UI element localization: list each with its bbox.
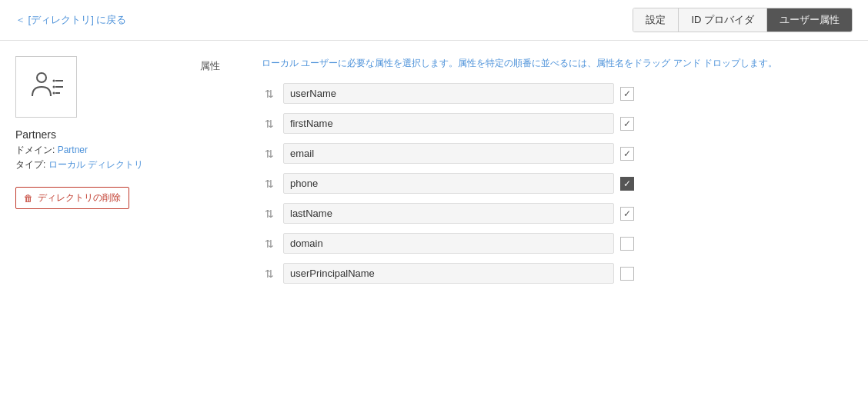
attribute-name-input bbox=[283, 173, 614, 194]
attribute-name-input bbox=[283, 233, 614, 254]
attribute-row: ⇅ bbox=[262, 263, 853, 284]
svg-point-0 bbox=[37, 73, 46, 82]
attributes-description: ローカル ユーザーに必要な属性を選択します。属性を特定の順番に並べるには、属性名… bbox=[262, 56, 853, 71]
tab-settings[interactable]: 設定 bbox=[633, 8, 679, 32]
attribute-name-input bbox=[283, 263, 614, 284]
directory-name: Partners bbox=[15, 128, 169, 141]
attribute-name-input bbox=[283, 113, 614, 134]
attribute-row: ⇅ bbox=[262, 233, 853, 254]
drag-handle-icon[interactable]: ⇅ bbox=[262, 268, 277, 280]
trash-icon: 🗑 bbox=[24, 193, 33, 204]
attribute-row: ⇅✓ bbox=[262, 83, 853, 104]
main-container: Partners ドメイン: Partner タイプ: ローカル ディレクトリ … bbox=[0, 41, 868, 308]
drag-handle-icon[interactable]: ⇅ bbox=[262, 178, 277, 190]
attribute-row: ⇅✓ bbox=[262, 143, 853, 164]
directory-type: タイプ: ローカル ディレクトリ bbox=[15, 158, 169, 171]
tab-group: 設定ID プロバイダユーザー属性 bbox=[633, 8, 853, 32]
attribute-name-input bbox=[283, 203, 614, 224]
attribute-checkbox[interactable]: ✓ bbox=[620, 117, 634, 131]
svg-point-4 bbox=[53, 80, 55, 82]
left-panel: Partners ドメイン: Partner タイプ: ローカル ディレクトリ … bbox=[15, 56, 169, 293]
drag-handle-icon[interactable]: ⇅ bbox=[262, 148, 277, 160]
directory-icon bbox=[26, 67, 66, 107]
attribute-name-input bbox=[283, 83, 614, 104]
attribute-checkbox[interactable]: ✓ bbox=[620, 207, 634, 221]
drag-handle-icon[interactable]: ⇅ bbox=[262, 118, 277, 130]
attribute-checkbox[interactable]: ✓ bbox=[620, 147, 634, 161]
directory-domain: ドメイン: Partner bbox=[15, 144, 169, 157]
drag-handle-icon[interactable]: ⇅ bbox=[262, 238, 277, 250]
back-link[interactable]: ＜ [ディレクトリ] に戻る bbox=[15, 13, 126, 27]
attribute-row: ⇅✓ bbox=[262, 113, 853, 134]
type-value: ローカル ディレクトリ bbox=[48, 159, 143, 170]
svg-point-6 bbox=[53, 92, 55, 95]
attribute-row: ⇅✓ bbox=[262, 203, 853, 224]
right-panel: 属性 ローカル ユーザーに必要な属性を選択します。属性を特定の順番に並べるには、… bbox=[200, 56, 853, 293]
drag-handle-icon[interactable]: ⇅ bbox=[262, 88, 277, 100]
attribute-checkbox[interactable]: ✓ bbox=[620, 87, 634, 101]
directory-icon-box bbox=[15, 56, 77, 118]
drag-handle-icon[interactable]: ⇅ bbox=[262, 208, 277, 220]
attribute-checkbox[interactable] bbox=[620, 237, 634, 251]
domain-value: Partner bbox=[58, 145, 88, 155]
tab-id-provider[interactable]: ID プロバイダ bbox=[679, 8, 767, 32]
top-navigation: ＜ [ディレクトリ] に戻る 設定ID プロバイダユーザー属性 bbox=[0, 0, 868, 41]
attributes-section: 属性 ローカル ユーザーに必要な属性を選択します。属性を特定の順番に並べるには、… bbox=[200, 56, 853, 293]
attributes-content: ローカル ユーザーに必要な属性を選択します。属性を特定の順番に並べるには、属性名… bbox=[262, 56, 853, 293]
tab-user-attributes[interactable]: ユーザー属性 bbox=[767, 8, 852, 32]
delete-directory-button[interactable]: 🗑 ディレクトリの削除 bbox=[15, 187, 129, 209]
attribute-rows: ⇅✓⇅✓⇅✓⇅✓⇅✓⇅⇅ bbox=[262, 83, 853, 284]
attributes-label: 属性 bbox=[200, 56, 239, 293]
delete-label: ディレクトリの削除 bbox=[38, 191, 121, 205]
attribute-checkbox[interactable] bbox=[620, 267, 634, 281]
attribute-row: ⇅✓ bbox=[262, 173, 853, 194]
svg-point-5 bbox=[53, 86, 55, 88]
attribute-name-input bbox=[283, 143, 614, 164]
attribute-checkbox[interactable]: ✓ bbox=[620, 177, 634, 191]
